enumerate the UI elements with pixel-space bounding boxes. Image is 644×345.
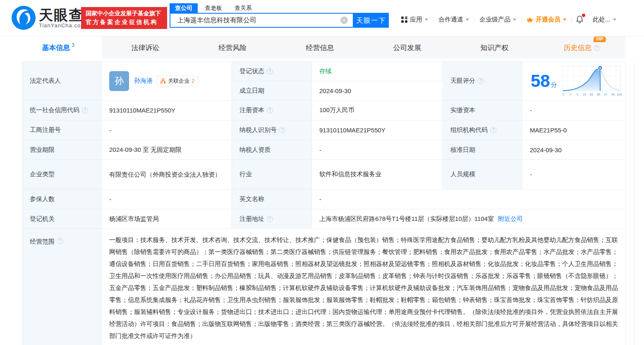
tab-label: 基本信息 bbox=[42, 43, 70, 53]
field-label-biz-reg-no: 工商注册号 bbox=[22, 120, 102, 140]
field-value-reg-authority: 杨浦区市场监管局 bbox=[102, 209, 232, 229]
field-value-english-name: - bbox=[312, 189, 626, 209]
search-bar: × 天眼一下 bbox=[170, 14, 389, 28]
gov-certification-badge: 国家中小企业发展子基金旗下 官方备案企业征信机构 bbox=[81, 7, 167, 29]
header: 天眼查 TianYanCha.com 国家中小企业发展子基金旗下 官方备案企业征… bbox=[0, 0, 644, 36]
help-icon[interactable]: ? bbox=[267, 68, 273, 74]
tab-legal-litigation[interactable]: 法律诉讼 bbox=[102, 36, 189, 59]
field-label-reg-capital: 注册资本 ? bbox=[232, 101, 312, 120]
axis-tick: 85 bbox=[597, 92, 601, 96]
field-value-reg-address: 上海市杨浦区民府路678号T1号楼11层（实际楼层10层）1104室 附近公司 bbox=[312, 209, 626, 229]
tab-basic-info[interactable]: 基本信息 3 bbox=[14, 36, 102, 59]
apps-grid-icon bbox=[401, 17, 407, 23]
notifications-button[interactable] bbox=[572, 15, 588, 24]
field-label-legal-rep: 法定代表人 bbox=[22, 62, 102, 101]
field-value-uscc: 91310110MAE21P550Y bbox=[102, 101, 232, 120]
chevron-down-icon bbox=[466, 19, 469, 21]
tab-business-risk[interactable]: 经营风险 bbox=[189, 36, 276, 59]
tab-label: 公司发展 bbox=[393, 43, 421, 53]
field-value-paid-capital: - bbox=[522, 101, 626, 120]
score-unit: 分 bbox=[551, 81, 557, 88]
score-value: 58 bbox=[531, 71, 550, 91]
field-value-business-scope: 一般项目：技术服务、技术开发、技术咨询、技术交流、技术转让、技术推广；保健食品（… bbox=[102, 229, 626, 345]
related-companies-badge[interactable]: 关联企业 2 bbox=[157, 76, 198, 86]
help-icon[interactable]: ? bbox=[478, 78, 484, 84]
tab-label: 法律诉讼 bbox=[132, 43, 160, 53]
axis-tick: 0 bbox=[562, 92, 564, 96]
legal-rep-name-link[interactable]: 孙海港 bbox=[134, 77, 153, 85]
field-label-approval-date: 核准日期 bbox=[443, 140, 522, 160]
table-row: 法定代表人 孙 孙海港 关联企业 2 登记状态 ? 存续 天眼评 bbox=[22, 62, 625, 101]
tab-basic-info-count: 3 bbox=[72, 42, 74, 48]
help-icon[interactable]: ? bbox=[490, 127, 496, 133]
avatar: 孙 bbox=[109, 71, 129, 91]
nav-cooperation-label: 合作通道 bbox=[438, 16, 463, 24]
search-tab-boss[interactable]: 查老板 bbox=[199, 3, 227, 13]
score-curve-chart: 0 1 3 15 50 85 97 99 100 bbox=[561, 65, 622, 98]
tab-label: 经营信息 bbox=[306, 43, 334, 53]
field-label-reg-authority: 登记机关 bbox=[22, 209, 102, 229]
chevron-down-icon bbox=[563, 19, 566, 21]
field-value-industry: 软件和信息技术服务业 bbox=[312, 160, 443, 189]
search-button[interactable]: 天眼一下 bbox=[354, 14, 389, 28]
field-label-paid-capital: 实缴资本 bbox=[443, 101, 522, 120]
field-value-company-type: 有限责任公司（外商投资企业法人独资） bbox=[102, 160, 232, 189]
nav-enterprise-products[interactable]: 企业级产品 bbox=[474, 16, 521, 24]
tab-intellectual-property[interactable]: 知识产权 bbox=[451, 36, 538, 59]
nav-membership-label: 开通会员 bbox=[536, 16, 560, 24]
field-value-approval-date: 2024-09-30 bbox=[522, 140, 626, 160]
search-tab-company[interactable]: 查公司 bbox=[170, 3, 198, 13]
tianyancha-logo-icon bbox=[12, 6, 36, 30]
nav-more[interactable]: 此处... bbox=[588, 16, 621, 24]
field-label-uscc: 统一社会信用代码 ? bbox=[22, 101, 102, 120]
help-icon[interactable]: ? bbox=[594, 45, 600, 51]
tab-business-info[interactable]: 经营信息 bbox=[276, 36, 364, 59]
search-input[interactable] bbox=[170, 14, 353, 27]
vip-badge: VIP bbox=[594, 36, 606, 42]
field-value-biz-term: 2024-09-30 至 无固定期限 bbox=[102, 140, 232, 160]
field-value-taxpayer-qual: - bbox=[312, 140, 443, 160]
axis-tick: 3 bbox=[576, 92, 578, 96]
chevron-down-icon bbox=[613, 19, 616, 21]
help-icon[interactable]: ? bbox=[279, 127, 285, 133]
help-icon[interactable]: ? bbox=[57, 238, 63, 244]
nav-cooperation[interactable]: 合作通道 bbox=[433, 16, 474, 24]
field-value-taxpayer-id: 91310110MAE21P550Y bbox=[312, 120, 443, 140]
tianyancha-logo[interactable]: 天眼查 TianYanCha.com bbox=[12, 6, 86, 30]
table-row: 统一社会信用代码 ? 91310110MAE21P550Y 注册资本 ? 100… bbox=[22, 101, 625, 120]
company-basic-info-table: 法定代表人 孙 孙海港 关联企业 2 登记状态 ? 存续 天眼评 bbox=[22, 61, 625, 345]
field-label-insured-count: 参保人数 bbox=[22, 189, 102, 209]
brand-domain: TianYanCha.com bbox=[39, 22, 86, 29]
field-label-taxpayer-qual: 纳税人资质 bbox=[232, 140, 312, 160]
field-value-org-code: MAE21P55-0 bbox=[522, 120, 626, 140]
nav-apps[interactable]: 应用 bbox=[396, 16, 433, 24]
tab-label: 历史信息 bbox=[564, 43, 592, 53]
tab-company-development[interactable]: 公司发展 bbox=[364, 36, 451, 59]
table-row: 营业期限 2024-09-30 至 无固定期限 纳税人资质 - 核准日期 202… bbox=[22, 140, 625, 160]
clear-icon[interactable]: × bbox=[340, 17, 348, 24]
related-companies-icon bbox=[160, 78, 166, 84]
field-value-legal-rep: 孙 孙海港 关联企业 2 bbox=[102, 62, 232, 101]
nearby-companies-link[interactable]: 附近公司 bbox=[498, 215, 523, 223]
field-label-business-scope: 经营范围 ? bbox=[22, 229, 102, 345]
field-value-score: 58分 bbox=[522, 62, 626, 101]
help-icon[interactable]: ? bbox=[267, 216, 273, 222]
top-navigation: 应用 合作通道 企业级产品 开通会员 bbox=[396, 12, 621, 27]
help-icon[interactable]: ? bbox=[82, 107, 88, 113]
nav-apps-label: 应用 bbox=[410, 16, 422, 24]
nav-open-membership[interactable]: 开通会员 bbox=[522, 16, 571, 24]
axis-tick: 15 bbox=[583, 92, 587, 96]
tab-history-info[interactable]: 历史信息 ? VIP bbox=[538, 36, 625, 59]
axis-tick: 97 bbox=[604, 92, 608, 96]
help-icon[interactable]: ? bbox=[267, 107, 273, 113]
search-tab-relation[interactable]: 查关系 bbox=[229, 3, 257, 13]
field-value-est-date: 2024-09-30 bbox=[312, 81, 443, 101]
section-tabbar: 基本信息 3 法律诉讼 经营风险 经营信息 公司发展 知识产权 历史信息 ? V… bbox=[14, 36, 625, 59]
table-row: 企业类型 有限责任公司（外商投资企业法人独资） 行业 软件和信息技术服务业 人员… bbox=[22, 160, 625, 189]
tab-label: 知识产权 bbox=[481, 43, 509, 53]
axis-tick: 50 bbox=[589, 92, 593, 96]
search-type-tabs: 查公司 查老板 查关系 bbox=[170, 3, 389, 14]
gov-badge-line1: 国家中小企业发展子基金旗下 bbox=[86, 9, 163, 18]
field-label-english-name: 英文名称 bbox=[232, 189, 312, 209]
table-row: 经营范围 ? 一般项目：技术服务、技术开发、技术咨询、技术交流、技术转让、技术推… bbox=[22, 229, 625, 345]
